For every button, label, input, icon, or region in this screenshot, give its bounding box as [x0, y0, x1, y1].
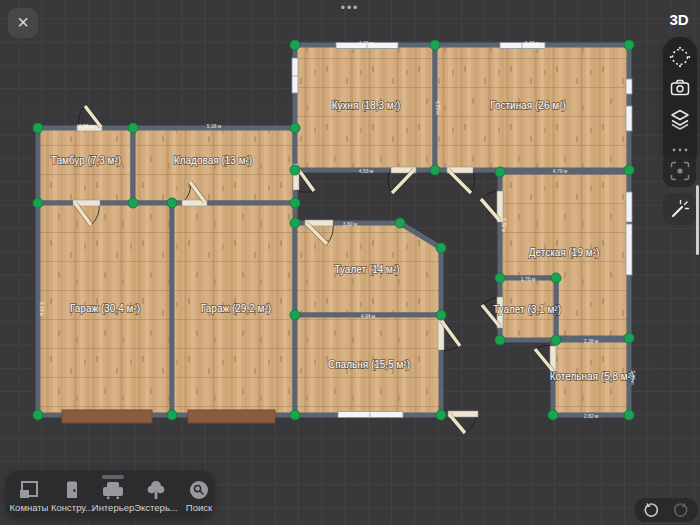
room-label-detskaya: Детская (19 м²)	[529, 247, 600, 258]
dimension-label: 4,53 м	[359, 168, 374, 174]
room-label-kukhnya: Кухня (18,3 м²)	[332, 100, 401, 111]
wall-node[interactable]	[33, 123, 43, 133]
dimension-label: 1,76 м	[521, 276, 536, 282]
wall-node[interactable]	[290, 218, 300, 228]
wall-node[interactable]	[551, 273, 561, 283]
room-label-kotelnaya: Котельная (5,8 м²)	[550, 371, 635, 382]
wall-node[interactable]	[33, 410, 43, 420]
dimension-label: 5,08 м	[207, 123, 222, 129]
tab-label: Констру...	[51, 502, 93, 513]
wall-node[interactable]	[395, 218, 405, 228]
history-controls	[634, 498, 698, 522]
tab-label: Интерьер	[92, 502, 134, 513]
wall-node[interactable]	[128, 123, 138, 133]
room-label-gostinaya: Гостиная (26 м²)	[490, 100, 566, 111]
dimension-label: 5,19 м	[39, 302, 45, 317]
wall-node[interactable]	[551, 335, 561, 345]
wall-node[interactable]	[548, 410, 558, 420]
room-label-garazh-2: Гараж (29,2 м²)	[201, 303, 271, 314]
wall-node[interactable]	[495, 167, 505, 177]
wall-node[interactable]	[290, 198, 300, 208]
window[interactable]	[626, 224, 632, 275]
rooms-icon	[18, 480, 40, 500]
room-label-tualet-1: Туалет (14 м²)	[334, 264, 399, 275]
wall-node[interactable]	[128, 198, 138, 208]
right-toolbar	[663, 37, 697, 168]
wall-node[interactable]	[436, 310, 446, 320]
dimension-label: 2,82 м	[584, 413, 599, 419]
dimension-label: 2,35 м	[630, 370, 636, 385]
orbit-icon	[669, 46, 691, 68]
undo-icon	[642, 502, 658, 518]
wall-node[interactable]	[167, 410, 177, 420]
bottom-toolbar: Комнаты Констру... Интерьер Экстерь...	[6, 471, 214, 517]
wall-node[interactable]	[430, 40, 440, 50]
more-menu-icon[interactable]: •••	[0, 1, 700, 15]
redo-button[interactable]	[671, 500, 693, 520]
wall-node[interactable]	[495, 335, 505, 345]
magic-wand-icon	[669, 198, 691, 220]
tab-exterior[interactable]: Экстерь...	[134, 480, 178, 513]
wall-node[interactable]	[430, 165, 440, 175]
tab-construction[interactable]: Констру...	[50, 480, 94, 513]
wall-node[interactable]	[436, 243, 446, 253]
wall-node[interactable]	[624, 165, 634, 175]
tree-icon	[145, 480, 167, 500]
dimension-label: 4,79 м	[553, 168, 568, 174]
plan-canvas[interactable]: Тамбур (7,3 м²) Кладовая (13 м²) Кухня (…	[0, 0, 700, 525]
room-label-tualet-2: Туалет (3,1 м²)	[493, 304, 561, 315]
view-3d-button[interactable]: 3D	[663, 11, 695, 28]
tab-label: Экстерь...	[134, 502, 178, 513]
tab-search[interactable]: Поиск	[177, 480, 221, 513]
layers-button[interactable]	[666, 107, 694, 131]
wall-node[interactable]	[290, 40, 300, 50]
armchair-icon	[101, 480, 125, 500]
door-icon	[61, 480, 83, 500]
tab-rooms[interactable]: Комнаты	[7, 480, 51, 513]
orbit-button[interactable]	[666, 45, 694, 69]
layers-icon	[669, 108, 691, 130]
garage-door[interactable]	[188, 410, 275, 423]
wall-node[interactable]	[290, 410, 300, 420]
window[interactable]	[626, 192, 632, 222]
dimension-label: 4,23 м	[435, 100, 441, 115]
magic-button[interactable]	[663, 193, 696, 225]
wall-node[interactable]	[624, 333, 634, 343]
viewfinder-icon	[669, 160, 691, 182]
room-label-tambur: Тамбур (7,3 м²)	[51, 155, 121, 166]
room-label-spalnya: Спальня (15,5 м²)	[328, 359, 410, 370]
tab-label: Поиск	[186, 502, 212, 513]
wall-node[interactable]	[33, 198, 43, 208]
wall-node[interactable]	[436, 410, 446, 420]
floor-plan: Тамбур (7,3 м²) Кладовая (13 м²) Кухня (…	[0, 0, 700, 525]
dimension-label: 4,94 м	[361, 313, 376, 319]
tab-interior[interactable]: Интерьер	[91, 480, 135, 513]
wall-node[interactable]	[495, 273, 505, 283]
dimension-label: 6,08 м	[525, 40, 540, 46]
wall-node[interactable]	[624, 40, 634, 50]
window[interactable]	[626, 106, 632, 131]
wall-node[interactable]	[624, 410, 634, 420]
dimension-label: 3,32 м	[501, 218, 507, 233]
panel-drag-handle[interactable]	[102, 475, 124, 479]
dimension-label: 2,98 м	[79, 123, 94, 129]
tab-label: Комнаты	[10, 502, 49, 513]
search-icon	[188, 480, 210, 500]
camera-icon	[669, 78, 691, 98]
snapshot-button[interactable]	[663, 155, 696, 187]
window[interactable]	[626, 79, 632, 94]
wall-node[interactable]	[167, 198, 177, 208]
dimension-label: 2,38 м	[584, 338, 599, 344]
wall-node[interactable]	[290, 310, 300, 320]
camera-button[interactable]	[666, 76, 694, 100]
wall-node[interactable]	[290, 123, 300, 133]
dimension-label: 3,60 м	[343, 221, 358, 227]
room-label-kladovaya: Кладовая (13 м²)	[174, 155, 252, 166]
dimension-label: 4,33 м	[359, 40, 374, 46]
wall-node[interactable]	[290, 165, 300, 175]
undo-button[interactable]	[639, 500, 661, 520]
more-options-icon	[670, 146, 690, 154]
redo-icon	[674, 502, 690, 518]
garage-door[interactable]	[62, 410, 152, 423]
scroll-indicator[interactable]	[696, 185, 699, 255]
